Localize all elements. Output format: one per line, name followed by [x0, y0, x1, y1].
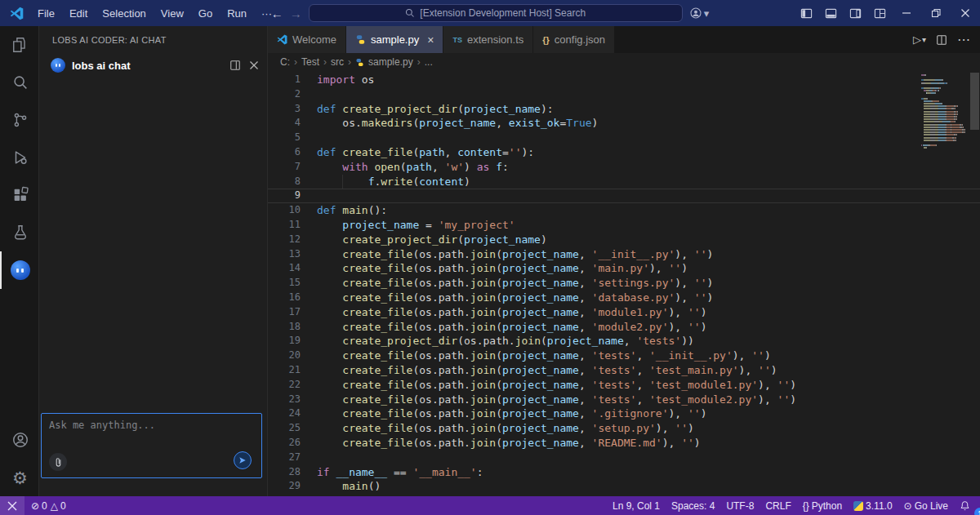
- tab-extension-ts[interactable]: TS extension.ts: [443, 26, 533, 53]
- breadcrumb-item[interactable]: sample.py: [368, 56, 413, 68]
- editor-group: Welcome sample.py × TS extension.ts {} c…: [268, 26, 980, 496]
- code-editor[interactable]: 1import os23def create_project_dir(proje…: [268, 71, 980, 496]
- settings-badge: 1: [974, 508, 980, 515]
- minimap[interactable]: [918, 74, 969, 149]
- toggle-panel-icon[interactable]: [818, 0, 843, 26]
- typescript-icon: TS: [452, 36, 462, 44]
- source-control-icon[interactable]: [0, 101, 38, 139]
- menu-file[interactable]: File: [31, 5, 61, 22]
- sidebar-section-title: LOBS AI CODER: AI CHAT: [39, 26, 267, 53]
- chat-view-title: lobs ai chat: [72, 60, 223, 72]
- json-icon: {}: [542, 35, 550, 45]
- chat-input[interactable]: Ask me anything...: [41, 413, 262, 478]
- search-icon: [405, 8, 415, 18]
- run-debug-icon[interactable]: [0, 139, 38, 176]
- indentation[interactable]: Spaces: 4: [671, 500, 715, 512]
- status-bar: ⊘ 0 △ 0 Ln 9, Col 1 Spaces: 4 UTF-8 CRLF…: [0, 496, 980, 515]
- go-live-button[interactable]: ⊙ Go Live: [904, 500, 948, 512]
- settings-gear-icon[interactable]: ⚙ 1: [0, 459, 38, 496]
- tab-label: sample.py: [371, 33, 419, 46]
- customize-layout-icon[interactable]: [867, 0, 892, 26]
- code-lines[interactable]: 1import os23def create_project_dir(proje…: [268, 73, 980, 494]
- run-file-button[interactable]: ▷▾: [913, 33, 926, 46]
- notifications-bell-icon[interactable]: [960, 500, 970, 511]
- python-interpreter[interactable]: 3.11.0: [853, 500, 892, 512]
- lobs-ai-chat-icon[interactable]: [0, 251, 38, 289]
- open-in-editor-icon[interactable]: [229, 60, 241, 71]
- activity-bar: ⚙ 1: [0, 26, 39, 496]
- chat-history: [39, 78, 267, 413]
- scrollbar-thumb[interactable]: [970, 73, 979, 130]
- broadcast-icon: ⊙: [904, 500, 912, 512]
- tab-close-icon[interactable]: ×: [427, 33, 434, 47]
- attachment-icon[interactable]: [49, 453, 67, 471]
- tab-config-json[interactable]: {} config.json: [533, 26, 615, 53]
- menu-edit[interactable]: Edit: [63, 5, 94, 22]
- search-input[interactable]: [Extension Development Host] Search: [309, 4, 683, 22]
- tab-bar: Welcome sample.py × TS extension.ts {} c…: [268, 26, 980, 53]
- menu-selection[interactable]: Selection: [96, 5, 152, 22]
- minimize-button[interactable]: [892, 0, 921, 26]
- tab-label: extension.ts: [467, 33, 523, 46]
- explorer-icon[interactable]: [0, 26, 38, 64]
- restore-button[interactable]: [921, 0, 951, 26]
- cursor-position[interactable]: Ln 9, Col 1: [612, 500, 660, 512]
- split-editor-icon[interactable]: [936, 34, 947, 46]
- menu-run[interactable]: Run: [220, 5, 253, 22]
- more-actions-icon[interactable]: ⋯: [957, 32, 970, 47]
- encoding[interactable]: UTF-8: [726, 500, 754, 512]
- close-panel-icon[interactable]: [249, 60, 259, 70]
- tab-label: Welcome: [292, 33, 336, 46]
- tab-welcome[interactable]: Welcome: [268, 26, 346, 53]
- language-mode[interactable]: {} Python: [803, 500, 842, 512]
- editor-scrollbar[interactable]: [969, 71, 980, 496]
- breadcrumb-item[interactable]: src: [331, 56, 344, 68]
- title-bar: File Edit Selection View Go Run ··· ← → …: [0, 0, 980, 26]
- profile-icon[interactable]: ▾: [689, 7, 710, 20]
- breadcrumb-item[interactable]: C:: [280, 56, 290, 68]
- menu-go[interactable]: Go: [192, 5, 219, 22]
- account-icon[interactable]: [0, 421, 38, 459]
- python-icon: [853, 501, 863, 511]
- remote-indicator[interactable]: [0, 496, 24, 515]
- errors-indicator[interactable]: ⊘ 0: [31, 500, 47, 512]
- chat-input-placeholder: Ask me anything...: [49, 420, 155, 431]
- tab-sample-py[interactable]: sample.py ×: [346, 26, 443, 53]
- minimap-content: [921, 74, 969, 149]
- sidebar: LOBS AI CODER: AI CHAT lobs ai chat Ask …: [39, 26, 268, 496]
- braces-icon: {}: [803, 500, 809, 512]
- tab-label: config.json: [555, 33, 605, 46]
- lobs-logo-icon: [51, 58, 65, 73]
- vscode-logo-icon: [8, 5, 24, 21]
- python-icon: [355, 34, 366, 45]
- toggle-primary-sidebar-icon[interactable]: [794, 0, 818, 26]
- python-icon: [355, 58, 364, 67]
- search-placeholder: [Extension Development Host] Search: [420, 7, 586, 19]
- back-icon[interactable]: ←: [271, 7, 283, 20]
- error-icon: ⊘: [31, 500, 39, 512]
- warning-icon: △: [51, 500, 58, 512]
- testing-icon[interactable]: [0, 214, 38, 251]
- breadcrumb-item[interactable]: Test: [301, 56, 319, 68]
- close-button[interactable]: [951, 0, 980, 26]
- breadcrumb-item[interactable]: ...: [425, 56, 433, 68]
- warnings-indicator[interactable]: △ 0: [51, 500, 66, 512]
- menu-view[interactable]: View: [154, 5, 190, 22]
- toggle-secondary-sidebar-icon[interactable]: [843, 0, 867, 26]
- chevron-down-icon: ▾: [704, 7, 710, 20]
- send-button[interactable]: [234, 451, 252, 469]
- forward-icon[interactable]: →: [290, 7, 302, 20]
- search-view-icon[interactable]: [0, 64, 38, 101]
- extensions-icon[interactable]: [0, 176, 38, 214]
- breadcrumb: C: › Test › src › sample.py › ...: [268, 53, 980, 71]
- eol-sequence[interactable]: CRLF: [765, 500, 791, 512]
